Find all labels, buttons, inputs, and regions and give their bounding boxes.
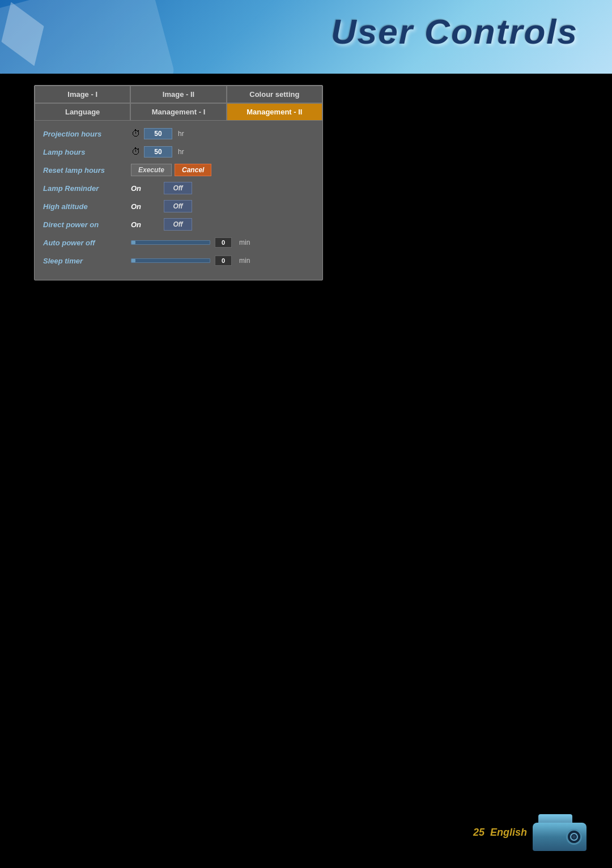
projector-top xyxy=(538,814,572,823)
projector-body xyxy=(533,823,586,851)
tab-language[interactable]: Language xyxy=(35,103,130,121)
value-sleep-timer: 0 xyxy=(215,256,232,266)
execute-button[interactable]: Execute xyxy=(131,164,172,176)
header-section: User Controls xyxy=(0,0,612,74)
content-area: Image - I Image - II Colour setting Lang… xyxy=(0,74,612,292)
footer-area: 25 English xyxy=(473,814,589,851)
slider-auto-power-off[interactable] xyxy=(131,240,210,245)
title-area: User Controls xyxy=(331,11,578,52)
label-high-altitude: High altitude xyxy=(43,202,131,211)
tab-management-i[interactable]: Management - I xyxy=(130,103,226,121)
label-lamp-hours: Lamp hours xyxy=(43,148,131,156)
value-high-altitude-on: On xyxy=(131,202,141,211)
unit-projection-hours: hr xyxy=(178,130,184,138)
projector-lens xyxy=(566,829,582,845)
off-high-altitude-button[interactable]: Off xyxy=(164,200,192,212)
control-lamp-hours: ⏱ 50 hr xyxy=(131,146,314,158)
row-sleep-timer: Sleep timer 0 min xyxy=(43,253,314,268)
settings-table: Projection hours ⏱ 50 hr Lamp hours ⏱ 50… xyxy=(35,121,322,280)
value-projection-hours: 50 xyxy=(144,128,172,139)
row-high-altitude: High altitude On Off xyxy=(43,199,314,214)
row-direct-power-on: Direct power on On Off xyxy=(43,217,314,232)
label-auto-power-off: Auto power off xyxy=(43,239,131,247)
page-number: 25 English xyxy=(473,827,527,839)
value-lamp-reminder-on: On xyxy=(131,184,141,193)
value-direct-power-on-on: On xyxy=(131,220,141,229)
off-direct-power-on-button[interactable]: Off xyxy=(164,218,192,231)
page-title: User Controls xyxy=(331,12,578,51)
control-auto-power-off: 0 min xyxy=(131,237,314,248)
clock-icon-projection: ⏱ xyxy=(131,129,141,139)
slider-sleep-timer[interactable] xyxy=(131,258,210,263)
decor-leaf-2 xyxy=(0,63,47,74)
decor-leaf-1 xyxy=(0,0,56,74)
tab-image-ii[interactable]: Image - II xyxy=(130,86,226,103)
clock-icon-lamp: ⏱ xyxy=(131,147,141,157)
row-lamp-reminder: Lamp Reminder On Off xyxy=(43,181,314,195)
value-auto-power-off: 0 xyxy=(215,237,232,248)
tab-row-1: Image - I Image - II Colour setting xyxy=(35,86,322,103)
control-sleep-timer: 0 min xyxy=(131,256,314,266)
tab-management-ii[interactable]: Management - II xyxy=(227,103,322,121)
slider-fill-sleep-timer xyxy=(131,259,135,262)
row-auto-power-off: Auto power off 0 min xyxy=(43,235,314,250)
label-reset-lamp-hours: Reset lamp hours xyxy=(43,166,131,175)
value-lamp-hours: 50 xyxy=(144,146,172,158)
off-lamp-reminder-button[interactable]: Off xyxy=(164,182,192,194)
row-reset-lamp-hours: Reset lamp hours Execute Cancel xyxy=(43,163,314,177)
control-direct-power-on: On Off xyxy=(131,218,314,231)
unit-auto-power-off: min xyxy=(239,239,250,246)
tab-colour-setting[interactable]: Colour setting xyxy=(227,86,322,103)
control-high-altitude: On Off xyxy=(131,200,314,212)
label-sleep-timer: Sleep timer xyxy=(43,257,131,265)
row-lamp-hours: Lamp hours ⏱ 50 hr xyxy=(43,144,314,159)
row-projection-hours: Projection hours ⏱ 50 hr xyxy=(43,126,314,141)
cancel-button[interactable]: Cancel xyxy=(175,164,211,176)
slider-fill-auto-power-off xyxy=(131,241,135,244)
projector-lens-inner xyxy=(570,833,578,841)
settings-panel: Image - I Image - II Colour setting Lang… xyxy=(34,85,323,280)
control-projection-hours: ⏱ 50 hr xyxy=(131,128,314,139)
label-lamp-reminder: Lamp Reminder xyxy=(43,184,131,193)
unit-lamp-hours: hr xyxy=(178,148,184,156)
tab-image-i[interactable]: Image - I xyxy=(35,86,130,103)
label-projection-hours: Projection hours xyxy=(43,130,131,138)
control-reset-lamp-hours: Execute Cancel xyxy=(131,164,314,176)
tab-row-2: Language Management - I Management - II xyxy=(35,103,322,121)
projector-icon xyxy=(533,814,589,851)
unit-sleep-timer: min xyxy=(239,257,250,265)
label-direct-power-on: Direct power on xyxy=(43,220,131,229)
control-lamp-reminder: On Off xyxy=(131,182,314,194)
